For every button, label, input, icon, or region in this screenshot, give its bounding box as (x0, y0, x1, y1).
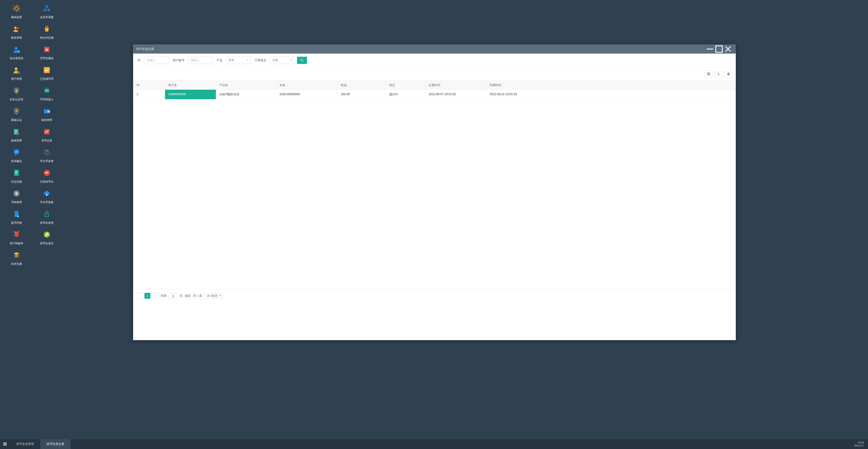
svg-point-4 (14, 26, 17, 29)
svg-point-31 (15, 152, 16, 152)
desktop-icon-label: 高级认证 (11, 118, 22, 122)
window-minimize-button[interactable] (706, 44, 715, 54)
goto-page-input[interactable] (169, 293, 178, 299)
svg-rect-57 (709, 73, 710, 75)
svg-rect-60 (728, 74, 729, 75)
desktop-icon-2[interactable]: 角色管理 (2, 23, 31, 40)
desktop-icon-9[interactable]: 币币机器人 (32, 85, 61, 101)
taskbar-item-0[interactable]: 持币生息管理 (10, 439, 40, 449)
goto-unit: 页 (180, 294, 183, 298)
svg-line-12 (20, 73, 20, 74)
total-count: 共 1 条 (193, 294, 202, 298)
filter-status-label: 订单状态 (253, 58, 268, 62)
chat-icon (10, 146, 23, 158)
desktop-icon-label: 秒合约交易 (40, 36, 54, 40)
desktop-icon-20[interactable]: 提币列表 (2, 208, 31, 225)
desktop-icon-18[interactable]: $币种管理 (2, 187, 31, 204)
svg-point-23 (49, 111, 49, 112)
start-button[interactable] (0, 439, 10, 449)
doc-icon (10, 208, 23, 220)
col-id: ID (133, 81, 165, 90)
bag-icon (41, 23, 53, 35)
export-button[interactable] (715, 70, 723, 77)
desktop-icon-label: 已添加平台 (40, 180, 54, 184)
desktop-icon-label: 钱包管理 (41, 118, 52, 122)
page-number-current[interactable]: 1 (145, 293, 150, 299)
desktop-icon-5[interactable]: B币币交易挂 (32, 43, 61, 60)
window-holding-interest-tx: 持币生息交易 ID 用户账号 产品 所有 订单状态 不限 ID 用户名 产品名 … (133, 44, 736, 340)
desktop-icon-4[interactable]: 后台管理员 (2, 43, 31, 60)
cell-prod: USDT预存15天 (216, 90, 276, 99)
log-icon (10, 167, 23, 179)
svg-point-47 (14, 231, 15, 232)
search-button[interactable] (297, 57, 307, 64)
desktop-icon-0[interactable]: 基础设置 (2, 2, 31, 19)
desktop-icon-6[interactable]: 用户管理 (2, 64, 31, 81)
desktop-icon-10[interactable]: 高级认证 (2, 105, 31, 122)
desktop-icon-12[interactable]: 新闻管理 (2, 126, 31, 142)
checkbox-icon (41, 64, 53, 76)
filter-status-select[interactable]: 不限 (270, 57, 295, 64)
svg-point-16 (45, 90, 46, 91)
desktop-icon-1[interactable]: 会员关系图 (32, 2, 61, 19)
cell-txtime: 2022-06-07 19:01:53 (426, 90, 487, 99)
window-title: 持币生息交易 (136, 47, 706, 51)
desktop-icon-14[interactable]: 投诉建议 (2, 146, 31, 163)
table-row[interactable]: 1 18888888888 USDT预存15天 1000.00000000 33… (133, 90, 736, 99)
window-maximize-button[interactable] (715, 44, 723, 54)
filter-account-input[interactable] (188, 57, 213, 64)
columns-icon (707, 72, 710, 75)
robot-icon (41, 85, 53, 97)
desktop-icon-22[interactable]: 用户风险率 (2, 228, 31, 246)
svg-point-32 (16, 152, 17, 152)
desktop-icon-label: 会员关系图 (40, 15, 54, 19)
desktop-icon-8[interactable]: 实名认证管 (2, 85, 31, 101)
network-icon (41, 2, 53, 14)
desktop-icon-13[interactable]: 充币记录 (32, 126, 61, 142)
goto-label: 到第 (161, 294, 166, 298)
filter-id-input[interactable] (144, 57, 169, 64)
desktop-icon-21[interactable]: 持币生息管 (32, 208, 61, 225)
desktop-icon-17[interactable]: 已添加平台 (32, 167, 61, 184)
page-prev-button[interactable]: ‹ (136, 293, 142, 299)
svg-rect-61 (3, 443, 5, 444)
svg-rect-62 (5, 443, 6, 444)
usersearch-icon (10, 64, 23, 76)
window-close-button[interactable] (723, 44, 733, 54)
page-next-button[interactable]: › (153, 293, 158, 299)
filter-product-select[interactable]: 所有 (226, 57, 251, 64)
cell-amount: 1000.00000000 (276, 90, 338, 99)
desktop-icon-label: 平台币走势 (40, 159, 54, 163)
columns-button[interactable] (705, 70, 713, 77)
gear-icon (10, 2, 23, 14)
desktop-icon-7[interactable]: 已完成币币 (32, 64, 61, 81)
desktop-icon-3[interactable]: 秒合约交易 (32, 23, 61, 40)
userplus-icon (10, 43, 23, 56)
col-exptime: 到期时间 (487, 81, 548, 90)
table-header-row: ID 用户名 产品名 本金 收益 状态 交易时间 到期时间 (133, 81, 736, 90)
cloud-icon (41, 187, 53, 199)
goto-confirm-button[interactable]: 确定 (185, 294, 191, 298)
taskbar: 持币生息管理持币生息交易 19:03 2022-6-7 (0, 439, 868, 449)
taskbar-clock[interactable]: 19:03 2022-6-7 (850, 439, 868, 449)
cell-user[interactable]: 18888888888 (165, 90, 216, 99)
desktop-icon-23[interactable]: 持币生息交 (32, 228, 61, 246)
desktop-icon-19[interactable]: 平台币更新 (32, 187, 61, 204)
desktop-icon-24[interactable]: 杠杆交易 (2, 249, 31, 266)
col-txtime: 交易时间 (426, 81, 487, 90)
window-titlebar[interactable]: 持币生息交易 (133, 44, 736, 54)
svg-rect-64 (5, 444, 6, 446)
people-icon (10, 23, 23, 35)
print-button[interactable] (724, 70, 733, 77)
svg-point-45 (46, 215, 47, 215)
desktop-icon-16[interactable]: 日志信息 (2, 167, 31, 184)
svg-rect-46 (16, 236, 18, 237)
svg-point-5 (17, 27, 19, 29)
svg-rect-56 (707, 73, 708, 75)
svg-point-38 (18, 174, 19, 176)
pagesize-select[interactable]: 20 条/页 (204, 293, 223, 299)
desktop-icon-15[interactable]: 平台币走势 (32, 146, 61, 163)
print-icon (727, 72, 730, 75)
taskbar-item-1[interactable]: 持币生息交易 (40, 439, 70, 449)
desktop-icon-11[interactable]: 钱包管理 (32, 105, 61, 122)
